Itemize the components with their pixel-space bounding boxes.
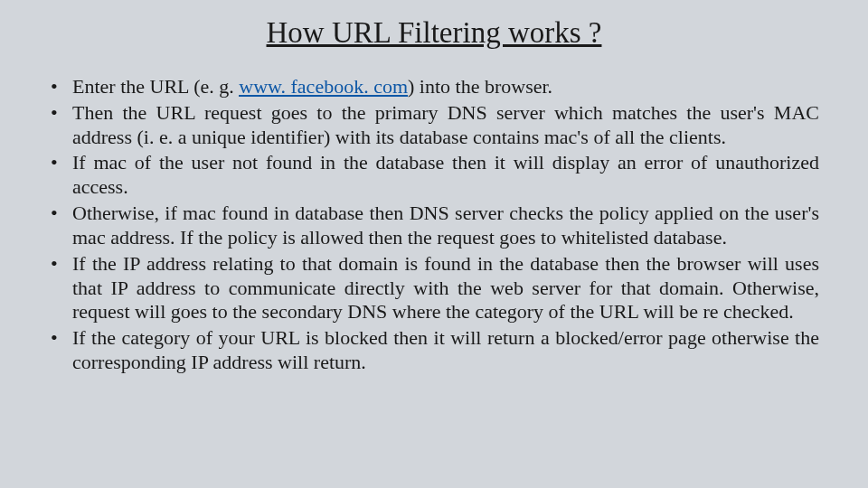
list-item: Enter the URL (e. g. www. facebook. com)…	[49, 75, 819, 99]
list-item: Then the URL request goes to the primary…	[49, 101, 819, 150]
bullet-text-prefix: Enter the URL (e. g.	[72, 75, 239, 98]
url-link[interactable]: www. facebook. com	[239, 75, 408, 98]
list-item: If the IP address relating to that domai…	[49, 252, 819, 324]
bullet-text-suffix: ) into the browser.	[408, 75, 552, 98]
page-title: How URL Filtering works ?	[49, 16, 819, 50]
list-item: If the category of your URL is blocked t…	[49, 326, 819, 375]
list-item: Otherwise, if mac found in database then…	[49, 202, 819, 250]
bullet-list: Enter the URL (e. g. www. facebook. com)…	[49, 75, 819, 375]
list-item: If mac of the user not found in the data…	[49, 151, 819, 200]
